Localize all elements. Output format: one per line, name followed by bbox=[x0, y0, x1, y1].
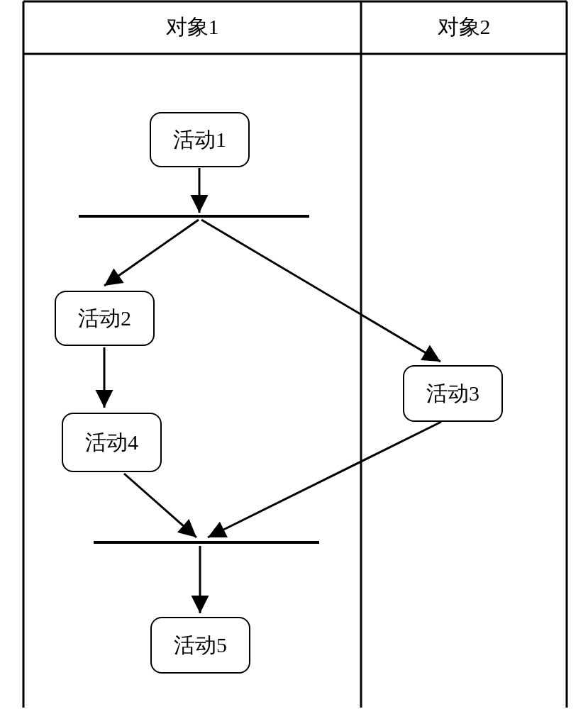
activity-4-node: 活动4 bbox=[62, 413, 162, 472]
activity-4-label: 活动4 bbox=[85, 428, 138, 457]
activity-2-label: 活动2 bbox=[78, 304, 131, 333]
activity-3-node: 活动3 bbox=[403, 365, 503, 422]
diagram-lines bbox=[0, 0, 588, 709]
activity-2-node: 活动2 bbox=[55, 291, 155, 346]
svg-line-12 bbox=[208, 422, 441, 537]
diagram-canvas: 对象1 对象2 活动 bbox=[0, 0, 588, 709]
activity-1-node: 活动1 bbox=[150, 112, 250, 167]
svg-line-11 bbox=[124, 474, 196, 537]
activity-1-label: 活动1 bbox=[173, 125, 226, 155]
svg-line-8 bbox=[104, 220, 199, 286]
activity-5-label: 活动5 bbox=[174, 631, 227, 660]
activity-3-label: 活动3 bbox=[426, 379, 479, 408]
svg-line-9 bbox=[201, 220, 440, 362]
activity-5-node: 活动5 bbox=[150, 617, 250, 674]
